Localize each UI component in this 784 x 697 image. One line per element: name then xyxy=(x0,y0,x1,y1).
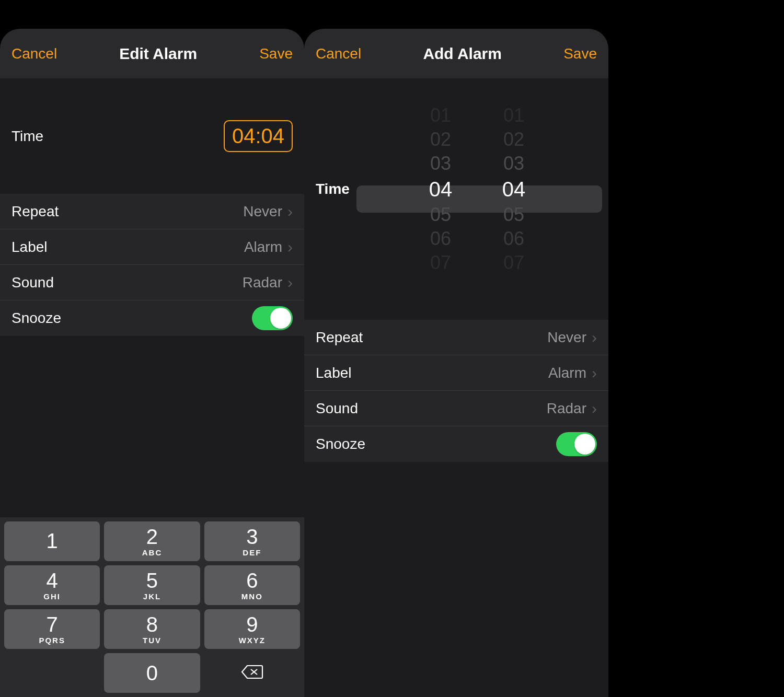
wheel-value: 01 xyxy=(503,103,524,127)
wheel-value: 02 xyxy=(503,127,524,152)
minute-wheel[interactable]: 01 02 03 04 05 06 07 xyxy=(495,103,532,275)
keypad-3[interactable]: 3DEF xyxy=(204,521,300,561)
wheel-value-selected: 04 xyxy=(502,176,526,203)
keypad-8[interactable]: 8TUV xyxy=(104,609,200,649)
repeat-key: Repeat xyxy=(316,329,363,346)
sound-key: Sound xyxy=(11,274,54,291)
time-picker-section: Time 01 02 03 04 05 06 07 01 02 03 04 05 xyxy=(304,78,608,320)
snooze-key: Snooze xyxy=(11,310,61,327)
wheel-value: 06 xyxy=(503,227,524,251)
letters-label: MNO xyxy=(241,592,263,601)
digit-label: 8 xyxy=(146,614,158,635)
letters-label: ABC xyxy=(142,548,163,557)
digit-label: 3 xyxy=(246,526,258,547)
chevron-right-icon: › xyxy=(592,400,597,417)
wheel-value: 05 xyxy=(503,203,524,227)
label-row[interactable]: Label Alarm › xyxy=(0,229,304,265)
digit-label: 4 xyxy=(47,570,58,591)
snooze-toggle[interactable] xyxy=(252,306,293,330)
wheel-value: 05 xyxy=(430,203,451,227)
letters-label: TUV xyxy=(143,636,162,645)
repeat-row[interactable]: Repeat Never › xyxy=(0,194,304,229)
sound-key: Sound xyxy=(316,400,358,417)
keypad-delete[interactable] xyxy=(204,653,300,693)
settings-list: Repeat Never › Label Alarm › Sound Radar… xyxy=(0,194,304,336)
numeric-keypad: 1 2ABC 3DEF 4GHI 5JKL 6MNO 7PQRS 8TUV 9W… xyxy=(0,517,304,697)
sound-value: Radar xyxy=(243,274,282,291)
digit-label: 6 xyxy=(246,570,258,591)
letters-label: GHI xyxy=(43,592,61,601)
cancel-button[interactable]: Cancel xyxy=(316,45,361,62)
keypad-blank xyxy=(4,653,100,693)
chevron-right-icon: › xyxy=(287,274,293,292)
repeat-value: Never xyxy=(243,203,282,220)
snooze-toggle[interactable] xyxy=(556,432,597,456)
chevron-right-icon: › xyxy=(592,329,597,346)
wheel-value: 06 xyxy=(430,227,451,251)
wheel-value: 03 xyxy=(430,152,451,176)
letters-label: WXYZ xyxy=(239,636,266,645)
repeat-row[interactable]: Repeat Never › xyxy=(304,320,608,355)
digit-label: 0 xyxy=(146,663,158,683)
keypad-5[interactable]: 5JKL xyxy=(104,565,200,605)
time-section: Time 04:04 xyxy=(0,78,304,194)
label-key: Label xyxy=(11,239,48,255)
cancel-button[interactable]: Cancel xyxy=(11,45,57,62)
keypad-2[interactable]: 2ABC xyxy=(104,521,200,561)
snooze-row: Snooze xyxy=(0,300,304,336)
snooze-key: Snooze xyxy=(316,436,365,452)
repeat-key: Repeat xyxy=(11,203,59,220)
digit-label: 9 xyxy=(246,614,258,635)
wheel-value: 07 xyxy=(430,251,451,275)
edit-alarm-panel: Cancel Edit Alarm Save Time 04:04 Repeat… xyxy=(0,29,304,697)
keypad-7[interactable]: 7PQRS xyxy=(4,609,100,649)
chevron-right-icon: › xyxy=(287,203,293,220)
label-key: Label xyxy=(316,365,352,381)
label-row[interactable]: Label Alarm › xyxy=(304,355,608,391)
page-title: Add Alarm xyxy=(361,45,563,63)
keypad-6[interactable]: 6MNO xyxy=(204,565,300,605)
time-label: Time xyxy=(11,128,43,145)
add-alarm-panel: Cancel Add Alarm Save Time 01 02 03 04 0… xyxy=(304,29,608,697)
wheel-value-selected: 04 xyxy=(429,176,453,203)
snooze-row: Snooze xyxy=(304,426,608,462)
wheel-value: 03 xyxy=(503,152,524,176)
settings-list: Repeat Never › Label Alarm › Sound Radar… xyxy=(304,320,608,462)
sound-row[interactable]: Sound Radar › xyxy=(0,265,304,300)
keypad-1[interactable]: 1 xyxy=(4,521,100,561)
save-button[interactable]: Save xyxy=(259,45,293,62)
save-button[interactable]: Save xyxy=(563,45,597,62)
digit-label: 7 xyxy=(47,614,58,635)
wheel-value: 01 xyxy=(430,103,451,127)
digit-label: 1 xyxy=(47,530,58,551)
keypad-4[interactable]: 4GHI xyxy=(4,565,100,605)
label-value: Alarm xyxy=(548,365,586,381)
edit-alarm-header: Cancel Edit Alarm Save xyxy=(0,29,304,78)
label-value: Alarm xyxy=(244,239,282,255)
repeat-value: Never xyxy=(547,329,586,346)
chevron-right-icon: › xyxy=(592,364,597,382)
letters-label: PQRS xyxy=(39,636,65,645)
hour-wheel[interactable]: 01 02 03 04 05 06 07 xyxy=(422,103,459,275)
wheel-value: 07 xyxy=(503,251,524,275)
time-input[interactable]: 04:04 xyxy=(224,120,293,152)
sound-value: Radar xyxy=(547,400,586,417)
page-title: Edit Alarm xyxy=(57,45,259,63)
chevron-right-icon: › xyxy=(287,238,293,256)
sound-row[interactable]: Sound Radar › xyxy=(304,391,608,426)
keypad-0[interactable]: 0 xyxy=(104,653,200,693)
time-label: Time xyxy=(316,181,356,198)
letters-label: JKL xyxy=(143,592,161,601)
backspace-icon xyxy=(240,664,263,682)
add-alarm-header: Cancel Add Alarm Save xyxy=(304,29,608,78)
digit-label: 5 xyxy=(146,570,158,591)
letters-label: DEF xyxy=(243,548,261,557)
digit-label: 2 xyxy=(146,526,158,547)
wheel-value: 02 xyxy=(430,127,451,152)
keypad-9[interactable]: 9WXYZ xyxy=(204,609,300,649)
